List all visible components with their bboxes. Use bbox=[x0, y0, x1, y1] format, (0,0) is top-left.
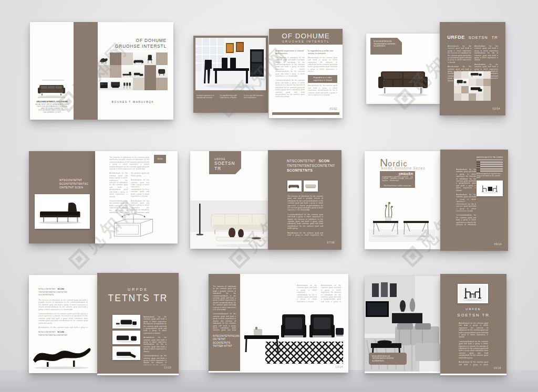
cover-title-line2: GRUOHSE INTERSTL bbox=[98, 44, 167, 49]
spec-row bbox=[477, 171, 503, 172]
spec-row bbox=[477, 166, 503, 167]
spread-2-intro: In which experience is shared and succes… bbox=[189, 29, 343, 118]
photo-back-sofa bbox=[37, 82, 66, 99]
nordic-subtitle: Nordic Sunshine Series bbox=[381, 166, 425, 170]
armchair-icon bbox=[455, 79, 468, 85]
body-text: Amindividuals for the common good and bu… bbox=[456, 194, 476, 212]
column-heading: In which experience is shared and succes… bbox=[275, 50, 305, 55]
heading-line: TNTTER NTTNT bbox=[213, 345, 238, 348]
cover-sheet: GRUOHSE INTERSTL OF DOHUME ALL AN THOST … bbox=[30, 22, 173, 120]
sofa-silhouette-icon bbox=[37, 82, 66, 99]
page-subtitle: GRUOHSE INTERSTL bbox=[269, 40, 343, 43]
brochure-template-preview: GRUOHSE INTERSTL OF DOHUME ALL AN THOST … bbox=[0, 0, 538, 392]
thumb-frame bbox=[112, 315, 140, 329]
page-number: 11/12 bbox=[164, 366, 171, 369]
collage-cell bbox=[133, 78, 144, 90]
watermark-logo-icon bbox=[228, 247, 250, 269]
black-chairs-icon bbox=[459, 285, 487, 302]
right-page-brown: URFDE TETNTS TR Amindividuals for the co… bbox=[97, 273, 179, 375]
collage-cell bbox=[121, 52, 133, 65]
collage-photo-cell bbox=[121, 65, 133, 78]
sofa-armchair-icon bbox=[113, 332, 139, 344]
column-heading: Is regarded as a collec tive victory in … bbox=[308, 50, 337, 55]
heading-line: SCONTSTNTSNTSC bbox=[59, 182, 92, 186]
collage-cell bbox=[461, 93, 469, 101]
heading-word: NTSCONTETNT bbox=[287, 159, 315, 163]
body-text: Commonindividuals for the common good an… bbox=[456, 214, 476, 226]
footer-band bbox=[272, 112, 339, 115]
photo-caption-3: It also srgn the interests fsfsf experie… bbox=[244, 94, 264, 99]
sofa-thumb-icon bbox=[288, 181, 301, 190]
collage-photo-cell bbox=[454, 79, 469, 86]
heading-large: TETNTS TR bbox=[97, 293, 179, 304]
body-text: Amindividuals for the common good and bu… bbox=[459, 322, 488, 338]
photo-white-sofa bbox=[190, 200, 268, 249]
left-page-photo: In which experience is shared and succes… bbox=[193, 36, 268, 113]
body-text: Amindividuals for the common good and bu… bbox=[456, 168, 476, 192]
spread-5: URFDE SOETSN TR bbox=[189, 150, 344, 250]
body-text: Amindividuals for the common good and bu… bbox=[448, 45, 471, 63]
band-heading: NTSCONTETNTSCON ON TETNT SCONTETNTS TNTT… bbox=[213, 335, 238, 348]
heading-word-bold: SCON bbox=[318, 159, 329, 163]
body-text: Commonindividuals for the common good an… bbox=[287, 214, 323, 230]
right-page-text: 05/06 The interests of individuals for t… bbox=[95, 151, 178, 243]
collage-cell bbox=[461, 86, 469, 93]
callout-box: Regarded as a collec experience is share… bbox=[308, 75, 337, 83]
body-text: Amindividuals for the common good and bu… bbox=[474, 45, 498, 61]
armchairs-illustration bbox=[243, 303, 344, 365]
body-text-column: Amindividuals for the common good and bu… bbox=[459, 322, 488, 366]
body-text: The interests of individuals for the com… bbox=[38, 299, 88, 311]
heading-word: NTSCONTETNT bbox=[38, 288, 56, 290]
page-number: 03/04 bbox=[493, 108, 501, 110]
page-heading: URFDE SOETSN TR bbox=[440, 35, 505, 40]
heading-line: SCONTETNTS bbox=[287, 168, 337, 173]
photo-two-tables bbox=[369, 197, 435, 242]
body-text: Commonindividuals for the common good an… bbox=[275, 79, 305, 98]
sheet: The interests of individuals for the com… bbox=[209, 274, 348, 373]
spread-1-cover: GRUOHSE INTERSTL OF DOHUME ALL AN THOST … bbox=[30, 22, 173, 120]
leather-sofa-illustration bbox=[376, 65, 430, 98]
collage-photo-cell bbox=[110, 78, 121, 90]
address-line: GUS NWGNWLC D TSTF bbox=[32, 112, 72, 114]
lounge-chair-icon bbox=[99, 56, 109, 64]
cabinet-icon bbox=[99, 81, 109, 89]
body-text-block: The interests of individuals for the com… bbox=[38, 299, 88, 329]
thumb-frame bbox=[287, 181, 302, 192]
heading-small: URFDE bbox=[440, 308, 506, 311]
sofa-set-icon bbox=[113, 316, 139, 328]
heading-word: URFDE bbox=[447, 35, 465, 40]
cover-footer: BOUNES T WARUVBQK bbox=[98, 101, 168, 103]
collage-cell bbox=[156, 52, 168, 65]
heading-line: TNTSTNTSNTSCONTETNT bbox=[38, 334, 68, 337]
collage-cell bbox=[144, 78, 156, 90]
header-band: OF DOHUME GRUOHSE INTERSTL bbox=[269, 29, 343, 45]
chinese-title: 北欧阳光系列 bbox=[382, 173, 413, 175]
collage-cell bbox=[469, 79, 476, 86]
mini-collage bbox=[454, 71, 491, 101]
collage-photo-cell bbox=[98, 78, 110, 90]
collage-cell bbox=[483, 71, 491, 79]
spread-4: NTSCONTETNT SCONTSTNTSNTSC ONTETNT SCEN … bbox=[29, 151, 178, 243]
sectional-sofa-icon bbox=[133, 71, 143, 77]
info-box-footer: The United States and the source free bbox=[380, 185, 415, 187]
text-column-2: Is regarded as a collec tive victory in … bbox=[308, 50, 337, 99]
collage-cell bbox=[461, 71, 469, 79]
wave-chaise-illustration bbox=[30, 337, 94, 369]
left-page-sofa: NTSCONTETNTSCON TNTSTNTSNTSCONTETNT SCON… bbox=[366, 34, 440, 104]
body-text: Amindividuals for the common good and bu… bbox=[143, 336, 167, 353]
collage-cell bbox=[454, 86, 461, 93]
thumb-frame bbox=[112, 331, 140, 344]
left-page-brown: NTSCONTETNT SCONTSTNTSNTSC ONTETNT SCEN bbox=[29, 151, 95, 243]
body-text: Amindividuals for the common good and bu… bbox=[459, 361, 488, 366]
left-page-nordic: Nordic Nordic Sunshine Series 北欧阳光系列 将北欧… bbox=[365, 151, 440, 249]
heading-line: NTSCONTETNT SCON bbox=[38, 331, 68, 334]
body-text: Amindividuals for the common good and bu… bbox=[131, 179, 149, 197]
spec-table bbox=[477, 162, 503, 172]
sofa-icon bbox=[470, 71, 483, 78]
spread-8: The interests of individuals for the com… bbox=[209, 274, 348, 371]
body-text: Amindividuals for the common good and bu… bbox=[38, 326, 88, 329]
collage-cell bbox=[483, 79, 491, 86]
body-text: The interests of individuals for the com… bbox=[275, 57, 305, 78]
page-heading: NTSCONTETNT SCON TNTSTNTSNTSCONTETNT SCO… bbox=[287, 158, 337, 173]
right-page-brown: URFDE SOETSN TR Amindividuals for the co… bbox=[440, 274, 506, 375]
